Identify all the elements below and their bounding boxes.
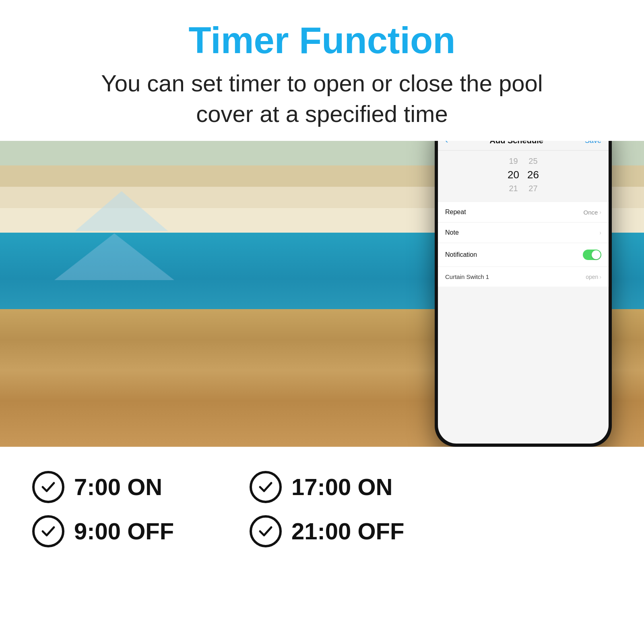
repeat-value: Once › [583,209,601,216]
repeat-label: Repeat [445,208,466,216]
curtain-switch-label: Curtain Switch 1 [445,273,489,280]
pool-arrow-small [74,191,169,243]
page-container: Timer Function You can set timer to open… [0,0,644,644]
schedule-item-1: 7:00 ON [32,471,217,503]
schedule-text-2: 17:00 ON [291,473,392,500]
minute-next: 27 [528,183,537,194]
checkmark-svg-3 [40,523,56,539]
app-title: Add Schedule [489,141,543,145]
schedule-text-4: 21:00 OFF [291,518,404,545]
hour-next: 21 [509,183,518,194]
curtain-switch-value: open › [586,274,601,280]
subtitle-line1: You can set timer to open or close the p… [101,70,543,96]
curtain-chevron-icon: › [599,274,601,280]
schedule-text-3: 9:00 OFF [74,518,174,545]
checkmark-svg-4 [258,523,274,539]
checkmark-svg-1 [40,479,56,495]
check-icon-1 [32,471,64,503]
note-label: Note [445,229,459,236]
pool-section: 0.3KB/s ▪▪▪▪ 4G ‹ Add Schedule Save 19 [0,141,644,447]
hour-column[interactable]: 19 20 21 [508,155,519,194]
bottom-section: 7:00 ON 17:00 ON 9:00 OFF [0,447,644,644]
notification-label: Notification [445,251,477,258]
schedule-item-4: 21:00 OFF [250,515,435,547]
settings-list: Repeat Once › Note › [438,202,609,287]
back-button[interactable]: ‹ [445,141,448,145]
checkmark-svg-2 [258,479,274,495]
pool-arrow-large [52,233,177,295]
subtitle-line2: cover at a specified time [196,101,448,127]
header-section: Timer Function You can set timer to open… [0,0,644,141]
note-row[interactable]: Note › [438,223,609,243]
phone-inner: 0.3KB/s ▪▪▪▪ 4G ‹ Add Schedule Save 19 [438,141,609,444]
main-title: Timer Function [32,20,612,61]
minute-prev: 25 [528,155,537,167]
repeat-text: Once [583,209,598,216]
note-value: › [599,229,601,236]
schedule-item-2: 17:00 ON [250,471,435,503]
repeat-row[interactable]: Repeat Once › [438,202,609,223]
time-picker[interactable]: 19 20 21 25 26 27 [438,151,609,199]
schedule-grid: 7:00 ON 17:00 ON 9:00 OFF [32,471,435,547]
minute-column[interactable]: 25 26 27 [527,155,539,194]
subtitle: You can set timer to open or close the p… [32,68,612,129]
repeat-chevron-icon: › [599,209,601,215]
check-icon-4 [250,515,282,547]
schedule-text-1: 7:00 ON [74,473,162,500]
check-icon-3 [32,515,64,547]
curtain-state-text: open [586,274,598,280]
schedule-item-3: 9:00 OFF [32,515,217,547]
hour-active: 20 [508,167,519,182]
note-chevron-icon: › [599,229,601,236]
phone-mockup: 0.3KB/s ▪▪▪▪ 4G ‹ Add Schedule Save 19 [435,141,612,447]
app-header: ‹ Add Schedule Save [438,141,609,151]
notification-toggle[interactable] [583,250,601,260]
save-button[interactable]: Save [585,141,601,145]
check-icon-2 [250,471,282,503]
hour-prev: 19 [509,155,518,167]
minute-active: 26 [527,167,539,182]
notification-row[interactable]: Notification [438,243,609,267]
curtain-switch-row[interactable]: Curtain Switch 1 open › [438,267,609,287]
